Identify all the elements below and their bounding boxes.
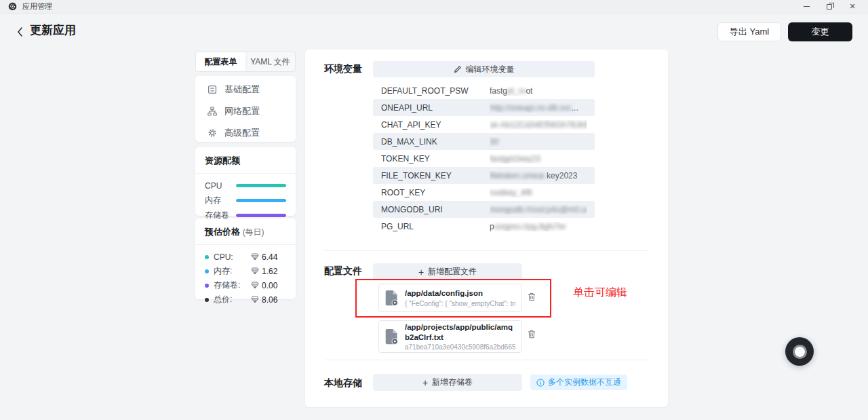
coin-icon [251, 253, 259, 261]
price-row: 总价: 8.06 [195, 292, 296, 307]
local-storage-section-label: 本地存储 [324, 377, 362, 389]
add-config-file-button[interactable]: + 新增配置文件 [373, 263, 522, 280]
app-gear-icon [8, 2, 17, 11]
price-title: 预估价格 [205, 227, 240, 237]
env-key: ROOT_KEY [381, 188, 490, 197]
trash-icon [528, 330, 536, 339]
quota-row: 内存 [195, 193, 296, 208]
env-key: MONGODB_URI [381, 205, 490, 214]
delete-config-file-button[interactable] [526, 291, 537, 302]
network-icon [208, 107, 217, 116]
env-value: postgres://pg.8gfx7er [490, 222, 587, 231]
window-titlebar: 应用管理 ✕ [0, 0, 868, 14]
gear-icon [208, 128, 217, 138]
price-dot [205, 298, 209, 302]
minimize-button[interactable] [796, 1, 816, 13]
env-key: PG_URL [381, 222, 490, 231]
annotation-text: 单击可编辑 [573, 286, 627, 300]
change-button[interactable]: 变更 [788, 22, 852, 41]
estimated-price-card: 预估价格 (每日) CPU: 6.44 内存: 1.62 存储卷: 0.00 [195, 218, 296, 299]
restore-button[interactable] [819, 1, 840, 13]
env-value: fastgpt_root [490, 86, 587, 96]
app-title: 应用管理 [22, 1, 52, 12]
export-yaml-button[interactable]: 导出 Yaml [717, 22, 781, 41]
coin-icon [251, 282, 259, 289]
close-button[interactable]: ✕ [842, 1, 863, 13]
quota-bar-fill [236, 184, 286, 187]
config-file-item-json[interactable]: /app/data/config.json { "FeConfig": { "s… [378, 284, 522, 312]
tab-item[interactable]: 配置表单 [196, 52, 245, 71]
sidebar-item-basic-config[interactable]: 基础配置 [195, 80, 296, 99]
env-row[interactable]: DEFAULT_ROOT_PSW fastgpt_root [373, 82, 595, 99]
env-row[interactable]: MONGODB_URI mongodb://root:p4s@m0.usr [373, 201, 595, 218]
env-key: FILE_TOKEN_KEY [381, 171, 490, 180]
back-button[interactable] [14, 26, 26, 38]
price-unit: (每日) [243, 227, 264, 237]
env-value: fastgpt1key23 [490, 154, 587, 164]
sidebar-item-label: 网络配置 [224, 105, 260, 117]
form-icon [208, 85, 217, 94]
env-section-label: 环境变量 [324, 63, 362, 75]
quota-list: CPU 内存 存储卷 [195, 174, 296, 223]
config-file-item-txt[interactable]: /app/projects/app/public/amqb2aClrf.txt … [378, 320, 522, 353]
env-row[interactable]: TOKEN_KEY fastgpt1key23 [373, 150, 595, 167]
env-row[interactable]: FILE_TOKEN_KEY filetoken.smear.key2023 [373, 167, 595, 184]
config-nav-card: 基础配置 网络配置 高级配置 [195, 76, 296, 142]
env-key: DEFAULT_ROOT_PSW [381, 86, 490, 96]
floating-assistant-button[interactable] [785, 337, 814, 366]
add-storage-volume-button[interactable]: + 新增存储卷 [373, 374, 522, 391]
env-key: ONEAPI_URL [381, 103, 490, 113]
quota-title: 资源配额 [195, 147, 296, 174]
update-app-form: 环境变量 编辑环境变量 DEFAULT_ROOT_PSW fastgpt_roo… [305, 50, 668, 407]
trash-icon [528, 292, 536, 301]
price-row: 存储卷: 0.00 [195, 278, 296, 292]
plus-icon: + [422, 378, 428, 387]
price-list: CPU: 6.44 内存: 1.62 存储卷: 0.00 总价: [195, 245, 296, 307]
env-row[interactable]: CHAT_API_KEY sk-Ab12Cd34Ef56Gh78Jk90x [373, 116, 595, 133]
env-key: DB_MAX_LINK [381, 137, 490, 147]
sidebar-item-advanced-config[interactable]: 高级配置 [195, 123, 296, 142]
resource-quota-card: 资源配额 CPU 内存 存储卷 [195, 147, 296, 216]
floating-assistant-inner-ring [793, 345, 807, 359]
price-dot [205, 255, 209, 259]
env-value: rootkey_4f6 [490, 188, 587, 197]
page-title: 更新应用 [30, 22, 76, 38]
price-row: 内存: 1.62 [195, 264, 296, 278]
file-preview: a71bea710a3e0430c5908f6a2bd66526 [405, 343, 515, 351]
pencil-icon [454, 65, 462, 73]
env-key: TOKEN_KEY [381, 154, 490, 164]
tab-item[interactable]: YAML 文件 [245, 52, 295, 71]
file-preview: { "FeConfig": { "show_emptyChat": true, … [405, 300, 515, 307]
quota-bar-track [236, 184, 286, 187]
quota-bar-fill [236, 214, 286, 217]
section-divider [324, 360, 649, 360]
price-row: CPU: 6.44 [195, 250, 296, 264]
info-icon [536, 379, 545, 387]
quota-bar-track [236, 214, 286, 217]
env-key: CHAT_API_KEY [381, 120, 490, 130]
page-header: 更新应用 导出 Yaml 变更 [0, 14, 868, 47]
coin-icon [251, 267, 259, 275]
env-row[interactable]: ONEAPI_URL http://oneapi.ns-d8.svc... [373, 99, 595, 116]
quota-bar-track [236, 199, 286, 202]
quota-row: CPU [195, 178, 296, 193]
file-path: /app/data/config.json [405, 288, 515, 298]
sidebar-item-network-config[interactable]: 网络配置 [195, 102, 296, 121]
env-value: filetoken.smear.key2023 [490, 171, 587, 180]
edit-env-button[interactable]: 编辑环境变量 [373, 61, 595, 77]
quota-bar-fill [236, 199, 286, 202]
sidebar-item-label: 基础配置 [224, 83, 260, 96]
env-row[interactable]: ROOT_KEY rootkey_4f6 [373, 184, 595, 201]
file-gear-icon [385, 328, 399, 345]
plus-icon: + [418, 267, 424, 277]
env-row[interactable]: DB_MAX_LINK 30 [373, 133, 595, 150]
storage-notice-badge: 多个实例数据不互通 [530, 375, 627, 390]
price-dot [205, 284, 209, 288]
env-value: 30 [490, 137, 587, 147]
env-row[interactable]: PG_URL postgres://pg.8gfx7er [373, 218, 595, 235]
delete-config-file-button[interactable] [526, 328, 537, 339]
file-path: /app/projects/app/public/amqb2aClrf.txt [405, 322, 515, 342]
env-table: DEFAULT_ROOT_PSW fastgpt_root ONEAPI_URL… [373, 82, 595, 235]
file-gear-icon [385, 290, 399, 307]
env-value: sk-Ab12Cd34Ef56Gh78Jk90x [490, 120, 587, 130]
